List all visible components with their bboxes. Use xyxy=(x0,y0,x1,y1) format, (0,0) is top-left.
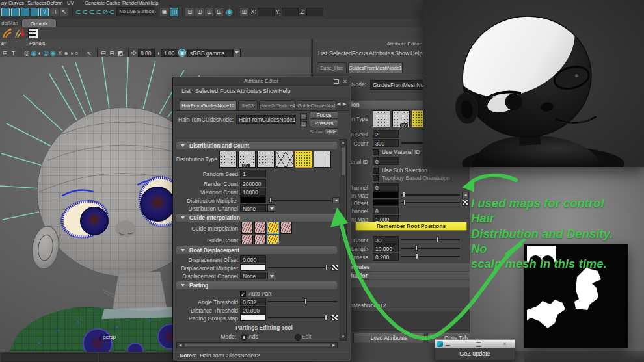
menu-generate[interactable]: Generate xyxy=(85,0,105,6)
menu-help[interactable]: Help xyxy=(148,0,158,6)
dock-point-count-slider[interactable] xyxy=(401,237,460,242)
exposure-field[interactable]: 0.00 xyxy=(138,49,155,57)
exposure-icon[interactable]: ✣ xyxy=(131,49,137,57)
load-attributes-button[interactable]: Load Attributes xyxy=(353,333,425,343)
playback-range-bar[interactable] xyxy=(1,353,98,362)
dock-material-id-field[interactable]: 0 xyxy=(373,157,399,165)
disp-channel-dropdown[interactable]: None xyxy=(240,272,266,279)
dock-map-channel-field[interactable]: 0 xyxy=(373,207,399,214)
viewport-count-field[interactable]: 10000 xyxy=(240,188,266,196)
dist-swatch-3[interactable] xyxy=(257,151,275,168)
disp-offset-field[interactable]: 0.000 xyxy=(240,255,266,263)
lock-icon[interactable]: ⊓ xyxy=(50,8,59,16)
close-window-icon[interactable]: × xyxy=(343,77,347,85)
dock-menu-list[interactable]: List xyxy=(318,50,327,57)
guide-count-swatch-2[interactable] xyxy=(254,235,266,244)
dock-dist-channel-field[interactable]: 0 xyxy=(373,183,399,191)
scroll-right-icon[interactable]: ▶ xyxy=(331,343,336,348)
dock-disp-offset-map-button[interactable] xyxy=(462,200,469,206)
parting-groups-map-slider[interactable] xyxy=(268,315,328,320)
menu-renderman[interactable]: RenderMan xyxy=(122,0,148,6)
menu-uv[interactable]: UV xyxy=(67,0,74,6)
shelf-tab-ornatrix[interactable]: Ornatrix xyxy=(21,19,57,27)
dist-multiplier-field[interactable] xyxy=(240,196,266,203)
view-transform-dropdown-arrow[interactable] xyxy=(233,49,241,57)
selection-mask-component-icon[interactable] xyxy=(21,8,29,16)
dock-menu-selected[interactable]: Selected xyxy=(329,50,352,57)
dist-swatch-4[interactable] xyxy=(276,151,293,168)
float-menu-help[interactable]: Help xyxy=(278,88,291,94)
dock-randomness-field[interactable]: 0.200 xyxy=(373,253,399,261)
dock-dist-map-button[interactable]: ◄ xyxy=(462,192,469,198)
mode-add-radio[interactable] xyxy=(241,334,247,341)
grid-toggle-icon[interactable]: ⊞ xyxy=(1,49,8,57)
float-horizontal-scrollbar[interactable]: ◀ ▶ xyxy=(176,342,338,348)
tab-guidesfrommeshnode12[interactable]: GuidesFromMeshNode12 xyxy=(348,62,403,73)
dist-multiplier-slider[interactable] xyxy=(268,197,331,203)
dock-menu-help[interactable]: Help xyxy=(410,50,423,57)
tab-scroll-left-icon[interactable]: ◀ xyxy=(337,101,340,107)
snap-projected-center-icon[interactable]: ⊂ xyxy=(96,8,101,16)
ornatrix-guides-icon[interactable] xyxy=(1,27,13,39)
guide-interp-swatch-2[interactable] xyxy=(254,222,266,234)
focus-button[interactable]: Focus xyxy=(310,111,338,119)
y-coord-field[interactable] xyxy=(282,8,299,16)
menu-curves[interactable]: Curves xyxy=(8,0,24,6)
gamma-icon[interactable]: ◑ xyxy=(156,49,160,57)
goz-maximize-icon[interactable] xyxy=(476,342,481,347)
tab-guideclusternode[interactable]: GuideClusterNod xyxy=(297,100,336,110)
float-menu-selected[interactable]: Selected xyxy=(195,88,218,94)
hide-button[interactable]: Hide xyxy=(325,128,338,135)
dock-randomness-slider[interactable] xyxy=(401,253,460,259)
dock-menu-attributes[interactable]: Attributes xyxy=(369,50,394,57)
selection-mask-help-icon[interactable]: ? xyxy=(40,8,49,16)
menu-display[interactable]: ay xyxy=(1,0,7,6)
node-out-connection-icon[interactable]: ◻ xyxy=(300,113,307,120)
dock-dist-map-slider[interactable] xyxy=(401,192,460,198)
render-current-frame-icon[interactable]: ⊞ xyxy=(185,8,194,16)
x-coord-field[interactable] xyxy=(258,8,275,16)
z-coord-field[interactable] xyxy=(306,8,323,16)
dock-menu-show[interactable]: Show xyxy=(395,50,410,57)
camera-attrs-icon[interactable]: ◎ xyxy=(24,49,30,57)
2d-pan-zoom-icon[interactable]: ◎ xyxy=(44,49,49,57)
restore-window-icon[interactable] xyxy=(334,79,339,84)
no-live-surface-field[interactable]: No Live Surface xyxy=(116,7,154,16)
viewport-menu-renderer[interactable]: er xyxy=(1,40,6,46)
selection-mask-mesh-icon[interactable] xyxy=(31,8,39,16)
scroll-down-icon[interactable]: ▼ xyxy=(340,334,346,340)
render-settings-icon[interactable]: ⊞ xyxy=(205,8,213,16)
selection-mask-object-icon[interactable] xyxy=(11,8,20,16)
tab-hairfromguidesnode12[interactable]: HairFromGuidesNode12 xyxy=(180,100,237,110)
image-plane-icon[interactable]: ◐ xyxy=(38,49,42,57)
angle-threshold-field[interactable]: 0.532 xyxy=(240,298,266,305)
section-distribution-and-count[interactable]: Distribution and Count xyxy=(176,142,337,149)
node-in-connection-icon[interactable]: ◻ xyxy=(300,121,307,127)
film-gate-icon[interactable]: T xyxy=(10,49,17,57)
scroll-left-icon[interactable]: ◀ xyxy=(178,343,183,348)
guide-count-swatch-1[interactable] xyxy=(241,235,253,244)
dist-channel-dropdown-arrow[interactable] xyxy=(267,204,275,212)
hypershade-icon[interactable]: ⊞ xyxy=(215,8,223,16)
ornatrix-stack-icon[interactable] xyxy=(27,27,39,39)
auto-part-checkbox[interactable]: ✓ xyxy=(240,291,246,297)
dock-dist-map-field[interactable] xyxy=(373,191,399,198)
isolate-select-icon[interactable]: ↖ xyxy=(86,49,93,57)
dock-menu-focus[interactable]: Focus xyxy=(352,50,368,57)
dock-length-slider[interactable] xyxy=(401,245,460,251)
float-menu-focus[interactable]: Focus xyxy=(220,88,236,94)
goz-close-icon[interactable]: × xyxy=(503,340,507,348)
dock-disp-offset-field[interactable] xyxy=(373,199,399,206)
dock-use-material-id-checkbox[interactable] xyxy=(373,149,379,155)
section-parting[interactable]: Parting xyxy=(176,281,337,289)
guide-interp-swatch-3-selected[interactable] xyxy=(267,222,279,234)
goz-minimize-icon[interactable] xyxy=(446,345,450,346)
section-guide-interpolation[interactable]: Guide Interpolation xyxy=(176,214,337,222)
view-transform-dropdown[interactable]: sRGB gamma xyxy=(187,49,233,57)
horizontal-scroll-thumb[interactable] xyxy=(184,343,330,347)
disp-multiplier-field[interactable] xyxy=(240,264,266,271)
snap-grid-icon[interactable]: ⊂ xyxy=(75,8,81,16)
menu-surfaces[interactable]: Surfaces xyxy=(27,0,47,6)
highlight-selection-icon[interactable]: ↖ xyxy=(60,8,68,16)
remember-root-positions-button[interactable]: Remember Root Positions xyxy=(355,222,467,231)
